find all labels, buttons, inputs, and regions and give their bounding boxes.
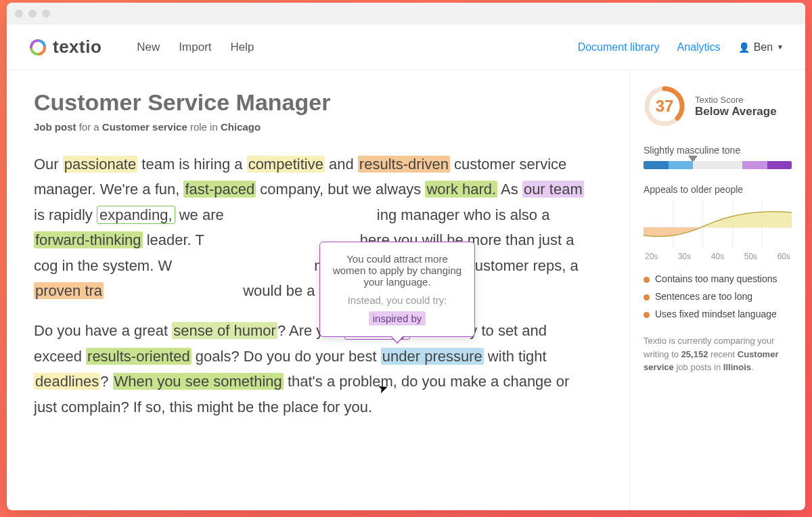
tooltip-suggestion[interactable]: inspired by — [369, 311, 426, 325]
score-rating: Below Average — [695, 105, 777, 118]
hl-proven-track[interactable]: proven tra — [34, 282, 104, 299]
tooltip-try-label: Instead, you could try: — [330, 294, 465, 306]
editor-pane[interactable]: Customer Service Manager Job post for a … — [7, 70, 629, 510]
text: ing manager who is also a — [377, 206, 550, 223]
text: is rapidly — [34, 206, 97, 223]
note-count: 25,152 — [681, 349, 708, 359]
user-name: Ben — [754, 41, 773, 53]
document-body[interactable]: Our passionate team is hiring a competit… — [34, 152, 589, 420]
issue-item[interactable]: Uses fixed mindset language — [644, 309, 792, 319]
issue-text: Contains too many questions — [655, 273, 777, 284]
subtitle-for: for a — [76, 121, 102, 133]
note-state: Illinois — [723, 362, 751, 372]
hl-work-hard[interactable]: work hard. — [425, 181, 497, 198]
nav-new[interactable]: New — [137, 41, 160, 54]
issue-text: Sentences are too long — [655, 291, 752, 302]
nav-analytics[interactable]: Analytics — [677, 41, 721, 53]
age-bucket: 40s — [711, 252, 724, 261]
user-icon: 👤 — [738, 42, 750, 53]
hl-deadlines[interactable]: deadlines — [34, 373, 100, 390]
hl-when-you-see[interactable]: When you see something — [113, 373, 284, 390]
mac-titlebar — [7, 3, 805, 24]
text: team is hiring a — [137, 156, 246, 173]
subtitle-prefix: Job post — [34, 121, 76, 133]
age-bucket: 60s — [777, 252, 790, 261]
page-subtitle: Job post for a Customer service role in … — [34, 121, 602, 133]
text: ? — [100, 373, 112, 390]
app-window: textio New Import Help Document library … — [7, 3, 805, 510]
hl-sense-of-humor[interactable]: sense of humor — [172, 322, 277, 339]
text: and — [325, 156, 358, 173]
age-bucket: 50s — [744, 252, 757, 261]
logo-ring-icon — [28, 38, 47, 57]
subtitle-rolein: role in — [187, 121, 221, 133]
tone-label: Slightly masculine tone — [644, 145, 792, 156]
hl-our-team[interactable]: our team — [522, 181, 584, 198]
age-chart — [644, 200, 792, 248]
text: As — [497, 181, 522, 198]
tooltip-message: You could attract more women to apply by… — [330, 253, 465, 288]
paragraph-2: Do you have a great sense of humor? Are … — [34, 318, 589, 420]
text: customer reps, a — [464, 257, 579, 274]
note-text: recent — [708, 349, 737, 359]
age-axis-labels: 20s 30s 40s 50s 60s — [644, 252, 792, 261]
nav-help[interactable]: Help — [231, 41, 254, 54]
text: Our — [34, 156, 63, 173]
nav-import[interactable]: Import — [179, 41, 211, 54]
comparison-note: Textio is currently comparing your writi… — [644, 334, 792, 374]
issue-item[interactable]: Sentences are too long — [644, 291, 792, 302]
text: with tight — [484, 348, 547, 365]
age-bucket: 30s — [678, 252, 691, 261]
nav-links: New Import Help — [137, 41, 254, 54]
hl-fast-paced[interactable]: fast-paced — [183, 181, 256, 198]
text: Do you have a great — [34, 322, 172, 339]
subtitle-role: Customer service — [102, 121, 187, 133]
note-text: . — [751, 362, 754, 372]
score-label: Textio Score — [695, 95, 777, 105]
page-title: Customer Service Manager — [34, 89, 602, 116]
text: company, but we always — [256, 181, 425, 198]
paragraph-1: Our passionate team is hiring a competit… — [34, 152, 589, 303]
issue-text: Uses fixed mindset language — [655, 309, 777, 319]
toolbar: textio New Import Help Document library … — [7, 24, 805, 70]
hl-competitive[interactable]: competitive — [247, 156, 325, 173]
text: we are — [175, 206, 224, 223]
hl-results-driven[interactable]: results-driven — [358, 156, 450, 173]
score-ring: 37 — [644, 85, 685, 127]
age-bucket: 20s — [645, 252, 658, 261]
score-box: 37 Textio Score Below Average — [644, 85, 792, 127]
sidebar: 37 Textio Score Below Average Slightly m… — [629, 70, 805, 510]
brand-logo[interactable]: textio — [28, 37, 102, 58]
traffic-light-zoom[interactable] — [42, 9, 50, 18]
hl-under-pressure[interactable]: under pressure — [381, 348, 484, 365]
note-text: job posts in — [674, 362, 723, 372]
age-label: Appeals to older people — [644, 184, 792, 195]
nav-document-library[interactable]: Document library — [578, 41, 660, 53]
hl-results-oriented[interactable]: results-oriented — [86, 348, 191, 365]
tone-meter — [644, 161, 792, 169]
issue-item[interactable]: Contains too many questions — [644, 273, 792, 284]
suggestion-tooltip: You could attract more women to apply by… — [319, 242, 475, 337]
hl-expanding[interactable]: expanding, — [97, 206, 175, 224]
traffic-light-minimize[interactable] — [28, 9, 37, 18]
hl-passionate[interactable]: passionate — [63, 156, 137, 173]
brand-name: textio — [53, 37, 102, 58]
body: Customer Service Manager Job post for a … — [7, 70, 805, 510]
right-nav: Document library Analytics 👤 Ben ▼ — [578, 41, 784, 53]
text: goals? Do you do your best — [191, 348, 381, 365]
hl-forward-thinking[interactable]: forward-thinking — [34, 231, 143, 248]
user-menu[interactable]: 👤 Ben ▼ — [738, 41, 784, 53]
subtitle-city: Chicago — [221, 121, 261, 133]
chevron-down-icon: ▼ — [777, 43, 784, 51]
text: leader. T — [143, 231, 204, 248]
score-number: 37 — [644, 85, 685, 127]
traffic-light-close[interactable] — [15, 9, 23, 18]
issues-list: Contains too many questions Sentences ar… — [644, 273, 792, 319]
